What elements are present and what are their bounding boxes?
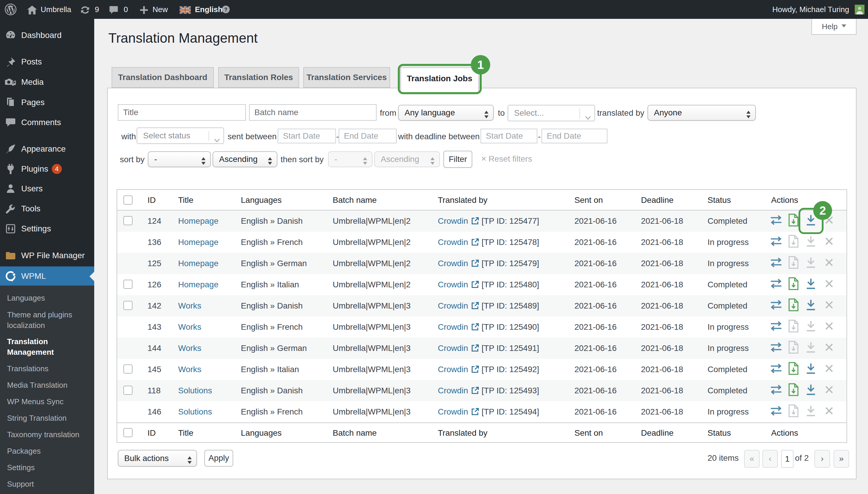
svg-text:?: ? [224,7,228,13]
